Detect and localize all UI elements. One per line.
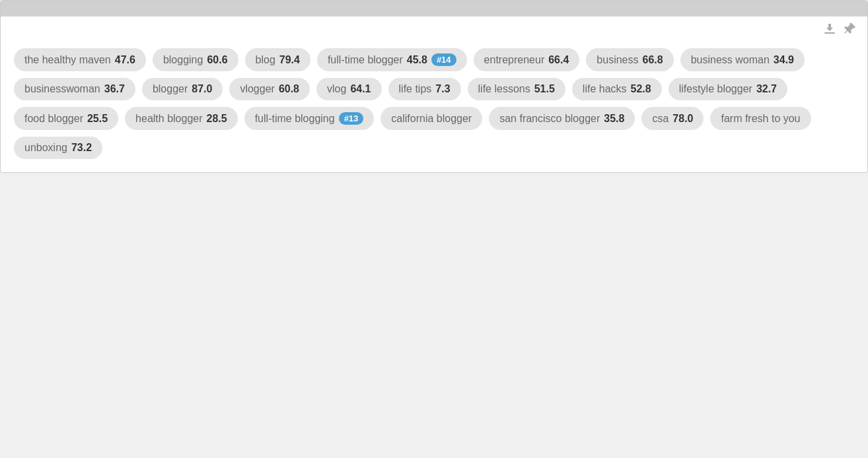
tag-life-tips[interactable]: life tips7.3 — [388, 78, 461, 100]
tag-california-blogger[interactable]: california blogger — [380, 107, 482, 130]
collapse-icon[interactable] — [851, 7, 857, 10]
tag-business[interactable]: business66.8 — [586, 48, 673, 71]
tag-healthy-maven-label: the healthy maven — [24, 54, 111, 66]
tag-lifestyle-blogger[interactable]: lifestyle blogger32.7 — [669, 78, 787, 100]
tag-life-lessons-score: 51.5 — [534, 83, 555, 95]
tag-vlogger-label: vlogger — [240, 83, 274, 95]
tag-business-woman-label: business woman — [691, 54, 770, 66]
pin-icon[interactable] — [842, 22, 857, 40]
tag-san-francisco-blogger-label: san francisco blogger — [499, 113, 600, 125]
tag-entrepreneur-label: entrepreneur — [484, 54, 545, 66]
tag-unboxing[interactable]: unboxing73.2 — [14, 137, 102, 159]
tag-entrepreneur[interactable]: entrepreneur66.4 — [474, 48, 580, 71]
tag-business-woman-score: 34.9 — [774, 54, 794, 66]
tag-lifestyle-blogger-score: 32.7 — [756, 83, 777, 95]
tag-life-tips-score: 7.3 — [435, 83, 450, 95]
tag-life-tips-label: life tips — [399, 83, 432, 95]
svg-rect-0 — [824, 32, 835, 34]
tag-full-time-blogging-badge: #13 — [339, 112, 364, 125]
tags-container: the healthy maven47.6blogging60.6blog79.… — [1, 40, 867, 172]
tag-vlogger[interactable]: vlogger60.8 — [229, 78, 310, 100]
tag-healthy-maven[interactable]: the healthy maven47.6 — [14, 48, 146, 71]
tag-businesswoman[interactable]: businesswoman36.7 — [14, 78, 135, 100]
tag-full-time-blogger-badge: #14 — [431, 53, 456, 66]
tag-food-blogger-label: food blogger — [24, 113, 83, 125]
tag-full-time-blogger-score: 45.8 — [407, 54, 427, 66]
tag-life-lessons[interactable]: life lessons51.5 — [468, 78, 565, 100]
tag-life-hacks-label: life hacks — [583, 83, 627, 95]
download-icon[interactable] — [822, 22, 837, 40]
tag-lifestyle-blogger-label: lifestyle blogger — [679, 83, 752, 95]
tag-life-hacks[interactable]: life hacks52.8 — [572, 78, 662, 100]
tag-california-blogger-label: california blogger — [391, 113, 472, 125]
tag-csa-score: 78.0 — [672, 113, 693, 125]
tag-farm-fresh[interactable]: farm fresh to you — [710, 107, 811, 130]
tag-business-woman[interactable]: business woman34.9 — [680, 48, 805, 71]
tag-entrepreneur-score: 66.4 — [548, 54, 569, 66]
panel-header — [1, 1, 867, 16]
tag-businesswoman-label: businesswoman — [24, 83, 100, 95]
tag-business-score: 66.8 — [643, 54, 663, 66]
panel-toolbar — [1, 16, 867, 40]
tag-san-francisco-blogger-score: 35.8 — [604, 113, 624, 125]
tag-unboxing-score: 73.2 — [71, 142, 92, 154]
tag-health-blogger[interactable]: health blogger28.5 — [125, 107, 238, 130]
video-tags-panel: the healthy maven47.6blogging60.6blog79.… — [0, 0, 868, 173]
tag-blogging-label: blogging — [163, 54, 203, 66]
tag-unboxing-label: unboxing — [24, 142, 67, 154]
tag-blog-score: 79.4 — [279, 54, 300, 66]
tag-blog-label: blog — [256, 54, 275, 66]
tag-full-time-blogger-label: full-time blogger — [328, 54, 403, 66]
tag-food-blogger-score: 25.5 — [87, 113, 108, 125]
tag-business-label: business — [597, 54, 638, 66]
tag-businesswoman-score: 36.7 — [104, 83, 125, 95]
tag-vlog[interactable]: vlog64.1 — [316, 78, 382, 100]
tag-vlog-score: 64.1 — [350, 83, 371, 95]
tag-life-hacks-score: 52.8 — [631, 83, 651, 95]
tag-csa[interactable]: csa78.0 — [641, 107, 704, 130]
tag-full-time-blogging-label: full-time blogging — [255, 113, 335, 125]
tag-san-francisco-blogger[interactable]: san francisco blogger35.8 — [489, 107, 635, 130]
tag-full-time-blogger[interactable]: full-time blogger45.8#14 — [317, 48, 467, 71]
tag-health-blogger-label: health blogger — [135, 113, 202, 125]
tag-full-time-blogging[interactable]: full-time blogging#13 — [244, 107, 375, 130]
tag-blogging-score: 60.6 — [207, 54, 227, 66]
tag-health-blogger-score: 28.5 — [207, 113, 227, 125]
tag-life-lessons-label: life lessons — [478, 83, 530, 95]
tag-blogging[interactable]: blogging60.6 — [153, 48, 238, 71]
tag-blogger[interactable]: blogger87.0 — [142, 78, 223, 100]
tag-vlog-label: vlog — [327, 83, 346, 95]
tag-blogger-label: blogger — [153, 83, 188, 95]
tag-blogger-score: 87.0 — [192, 83, 212, 95]
tag-blog[interactable]: blog79.4 — [245, 48, 310, 71]
tag-csa-label: csa — [652, 113, 669, 125]
tag-farm-fresh-label: farm fresh to you — [721, 113, 800, 125]
tag-healthy-maven-score: 47.6 — [115, 54, 135, 66]
tag-vlogger-score: 60.8 — [279, 83, 299, 95]
tag-food-blogger[interactable]: food blogger25.5 — [14, 107, 118, 130]
